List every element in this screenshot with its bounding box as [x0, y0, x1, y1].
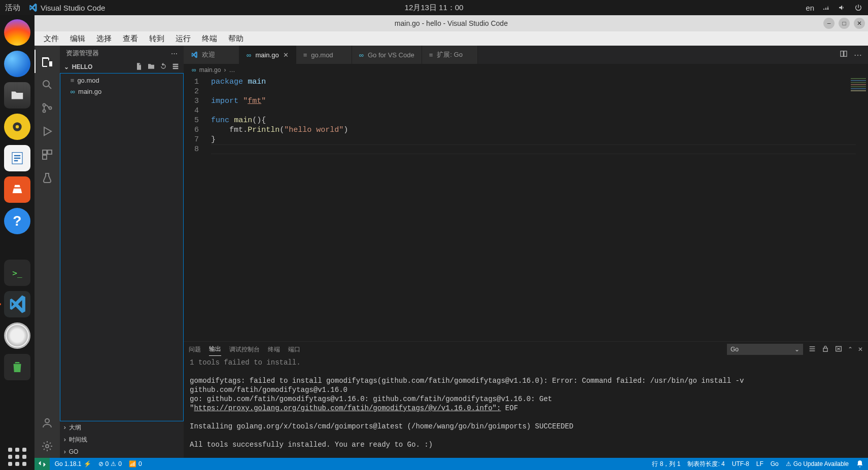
warning-icon: ⚠ — [111, 460, 116, 467]
activities-button[interactable]: 活动 — [5, 3, 20, 13]
activity-explorer[interactable] — [34, 50, 60, 73]
go-file-icon: ∞ — [192, 66, 196, 74]
editor-tab[interactable]: ∞ main.go ✕ — [239, 46, 296, 64]
dock-show-apps[interactable] — [4, 444, 30, 470]
breadcrumb[interactable]: ∞ main.go › … — [184, 64, 868, 76]
minimap[interactable] — [851, 78, 866, 103]
dock-writer[interactable] — [4, 145, 30, 171]
window-maximize-button[interactable]: □ — [839, 18, 850, 29]
sidebar-section[interactable]: › GO — [60, 446, 184, 458]
breadcrumb-tail: … — [229, 66, 235, 74]
vscode-icon — [28, 3, 38, 12]
status-ports[interactable]: 📶0 — [129, 460, 142, 467]
panel-tab[interactable]: 调试控制台 — [229, 343, 260, 356]
refresh-icon[interactable] — [159, 62, 167, 72]
status-remote-icon[interactable] — [34, 458, 50, 470]
topbar-clock[interactable]: 12月13日 11：00 — [405, 0, 464, 15]
editor-more-icon[interactable]: ⋯ — [854, 50, 862, 60]
activity-settings[interactable] — [34, 435, 60, 458]
chevron-right-icon: › — [64, 436, 66, 443]
sidebar-project-head[interactable]: ⌄ HELLO — [60, 61, 184, 73]
keyboard-lang[interactable]: en — [806, 4, 814, 12]
editor-tab[interactable]: ≡ 扩展: Go — [422, 46, 478, 64]
activity-source-control[interactable] — [34, 96, 60, 120]
svg-point-14 — [46, 445, 49, 448]
dock-firefox[interactable] — [4, 19, 30, 46]
activity-extensions[interactable] — [34, 143, 60, 166]
activity-testing[interactable] — [34, 166, 60, 190]
menu-item-7[interactable]: 帮助 — [223, 33, 249, 45]
chevron-down-icon: ⌄ — [64, 63, 69, 70]
antenna-icon: 📶 — [129, 460, 136, 467]
window-close-button[interactable]: ✕ — [854, 18, 865, 29]
window-minimize-button[interactable]: – — [823, 18, 835, 29]
sidebar-explorer: 资源管理器 ⋯ ⌄ HELLO ≡ go.mod∞ main.go — [60, 46, 184, 458]
editor-tab[interactable]: 欢迎 — [184, 46, 239, 64]
network-icon[interactable] — [821, 3, 830, 12]
dock-trash[interactable] — [4, 354, 30, 380]
file-tree-item[interactable]: ≡ go.mod — [60, 75, 183, 86]
volume-icon[interactable] — [838, 3, 847, 12]
sidebar-section[interactable]: › 时间线 — [60, 433, 184, 446]
panel-maximize-icon[interactable]: ⌃ — [848, 346, 853, 353]
svg-point-8 — [43, 110, 45, 113]
menu-item-6[interactable]: 终端 — [197, 33, 222, 45]
editor-tab[interactable]: ∞ Go for VS Code — [352, 46, 422, 64]
panel-tab[interactable]: 终端 — [268, 343, 280, 356]
dock-disc[interactable] — [4, 322, 30, 349]
activity-run-debug[interactable] — [34, 120, 60, 143]
menu-item-4[interactable]: 转到 — [144, 33, 169, 45]
newfile-icon[interactable] — [135, 62, 143, 72]
status-encoding[interactable]: UTF-8 — [732, 460, 749, 467]
panel-list-icon[interactable] — [808, 345, 816, 354]
panel-clear-icon[interactable] — [835, 345, 843, 354]
svg-point-1 — [16, 125, 19, 129]
svg-point-13 — [45, 419, 49, 423]
activity-account[interactable] — [34, 411, 60, 435]
breadcrumb-file: main.go — [199, 66, 221, 74]
editor-area: 欢迎∞ main.go ✕≡ go.mod∞ Go for VS Code≡ 扩… — [184, 46, 868, 458]
dock-terminal[interactable]: >_ — [4, 260, 30, 286]
editor-tab[interactable]: ≡ go.mod — [296, 46, 352, 64]
output-body[interactable]: 1 tools failed to install. gomodifytags:… — [184, 357, 868, 458]
dock-rhythmbox[interactable] — [4, 114, 30, 140]
sidebar-more-icon[interactable]: ⋯ — [171, 50, 178, 57]
menu-item-5[interactable]: 运行 — [170, 33, 196, 45]
status-cursor-pos[interactable]: 行 8，列 1 — [652, 460, 680, 468]
newfolder-icon[interactable] — [147, 62, 155, 72]
menu-item-2[interactable]: 选择 — [91, 33, 117, 45]
dock-software[interactable] — [4, 176, 30, 203]
menu-item-0[interactable]: 文件 — [39, 33, 64, 45]
status-indent[interactable]: 制表符长度: 4 — [687, 460, 724, 468]
code-editor[interactable]: 12345678 package mainimport "fmt"func ma… — [184, 76, 868, 341]
file-tree-item[interactable]: ∞ main.go — [60, 86, 183, 97]
dock-thunderbird[interactable] — [4, 51, 30, 77]
menubar: 文件编辑选择查看转到运行终端帮助 — [34, 31, 868, 46]
chevron-right-icon: › — [64, 448, 66, 455]
status-go-update[interactable]: ⚠ Go Update Available — [786, 460, 849, 467]
dock-vscode[interactable] — [4, 291, 30, 317]
close-icon[interactable]: ✕ — [283, 51, 289, 59]
power-icon[interactable] — [854, 3, 863, 12]
chevron-right-icon: › — [64, 424, 66, 431]
status-language[interactable]: Go — [771, 460, 779, 467]
dock-files[interactable] — [4, 82, 30, 109]
sidebar-section[interactable]: › 大纲 — [60, 421, 184, 433]
panel-lock-icon[interactable] — [821, 345, 829, 354]
window-titlebar[interactable]: main.go - hello - Visual Studio Code – □… — [34, 15, 868, 31]
activity-search[interactable] — [34, 73, 60, 96]
panel-close-icon[interactable]: ✕ — [858, 346, 863, 353]
status-notifications-icon[interactable] — [856, 460, 864, 468]
status-go-version[interactable]: Go 1.18.1 ⚡ — [55, 460, 91, 467]
collapse-icon[interactable] — [171, 62, 180, 72]
status-eol[interactable]: LF — [756, 460, 763, 467]
status-problems[interactable]: ⊘0 ⚠0 — [98, 460, 122, 467]
menu-item-3[interactable]: 查看 — [118, 33, 143, 45]
panel-tab[interactable]: 端口 — [288, 343, 300, 356]
dock-help[interactable]: ? — [4, 208, 30, 234]
split-editor-icon[interactable] — [840, 50, 848, 60]
panel-tab[interactable]: 问题 — [189, 343, 201, 356]
menu-item-1[interactable]: 编辑 — [65, 33, 90, 45]
output-channel-select[interactable]: Go ⌄ — [727, 344, 803, 355]
panel-tab[interactable]: 输出 — [209, 343, 221, 356]
